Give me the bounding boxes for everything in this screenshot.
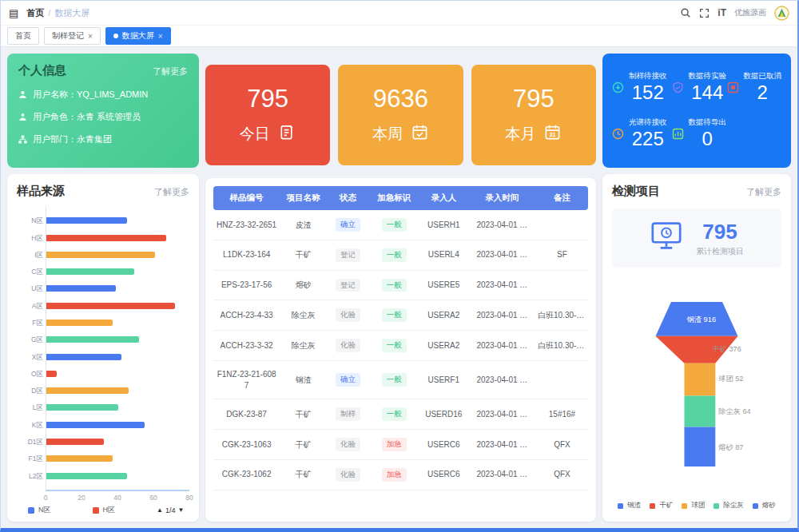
- test-items-panel: 检测项目 了解更多 795 累计检测项目 钢渣 916干矿 376球团 52除尘…: [602, 174, 791, 522]
- bar-row: H区: [46, 235, 189, 241]
- cell-user: USERD16: [419, 399, 468, 430]
- tab-数据大屏[interactable]: 数据大屏×: [105, 27, 171, 45]
- cell-note: 白班10.30-11…: [536, 300, 588, 331]
- table-header-cell: 录入时间: [468, 186, 536, 210]
- bar-row: U区: [46, 285, 189, 292]
- receive-icon: [612, 81, 624, 93]
- sample-source-panel: 样品来源 了解更多 N区H区I区C区U区A区F区G区X区O区D区L区K区D1区F…: [7, 174, 199, 522]
- funnel-legend-item-钢渣[interactable]: 钢渣: [618, 501, 641, 510]
- search-icon[interactable]: [680, 7, 691, 18]
- legend-swatch: [753, 503, 758, 509]
- legend-item-H区[interactable]: H区: [93, 505, 116, 515]
- funnel-legend: 钢渣干矿球团除尘灰熔砂: [612, 501, 781, 512]
- stat-card-今日[interactable]: 795今日: [205, 65, 330, 165]
- table-row: L1DK-23-164干矿登记一般USERL42023-04-01 …SF: [213, 240, 588, 271]
- bar-category-label: X区: [16, 353, 43, 363]
- test-items-more-link[interactable]: 了解更多: [746, 186, 781, 198]
- legend-label: 熔砂: [762, 501, 776, 510]
- table-header-cell: 加急标识: [369, 186, 419, 210]
- bar-category-label: F区: [16, 319, 43, 328]
- tab-close-icon[interactable]: ×: [158, 32, 163, 41]
- legend-item-N区[interactable]: N区: [28, 505, 51, 515]
- priority-badge: 一般: [382, 248, 407, 262]
- bar-row: L2区: [46, 473, 189, 479]
- profile-item-text: 用户角色：永青 系统管理员: [33, 111, 141, 123]
- status-badge: 化验: [336, 468, 360, 482]
- bar-category-label: L2区: [16, 472, 43, 482]
- status-badge: 制样: [336, 407, 360, 421]
- summary-stat-col: 数据待实验144: [689, 71, 727, 104]
- font-size-icon[interactable]: iT: [718, 7, 726, 18]
- cell-note: SF: [536, 240, 588, 271]
- stat-card-本周[interactable]: 9636本周: [338, 65, 463, 165]
- table-header-cell: 备注: [536, 186, 588, 210]
- cell-user: USERA2: [419, 331, 468, 361]
- bar: [46, 285, 116, 292]
- avatar[interactable]: [774, 6, 789, 21]
- cell-status: 登记: [327, 271, 369, 301]
- bar: [46, 473, 127, 479]
- summary-stat-value: 152: [632, 81, 664, 104]
- cell-user: USERC6: [419, 430, 468, 460]
- funnel-label: 除尘灰 64: [718, 407, 750, 415]
- stat-card-label: 今日: [240, 123, 296, 145]
- bar-category-label: U区: [16, 284, 43, 294]
- header-actions: iT 优施源画: [680, 6, 789, 21]
- bar-row: F区: [46, 320, 189, 326]
- legend-label: 干矿: [659, 501, 673, 510]
- funnel-legend-item-球团[interactable]: 球团: [682, 501, 705, 510]
- legend-swatch: [650, 503, 655, 509]
- cell-note: [536, 210, 588, 240]
- tab-制样登记[interactable]: 制样登记×: [44, 27, 101, 45]
- cell-project-name: 钢渣: [280, 361, 327, 399]
- status-badge: 化验: [336, 308, 360, 322]
- breadcrumb-root[interactable]: 首页: [26, 7, 44, 19]
- bar: [46, 303, 175, 309]
- test-items-total-label: 累计检测项目: [696, 246, 744, 257]
- fullscreen-icon[interactable]: [699, 8, 710, 18]
- test-items-title: 检测项目: [612, 184, 660, 199]
- priority-badge: 一般: [382, 308, 407, 322]
- cancel-icon: [727, 81, 739, 93]
- cell-time: 2023-04-01 …: [468, 240, 536, 271]
- summary-stat-col: 数据已取消2: [744, 71, 782, 104]
- cell-time: 2023-04-01 …: [468, 430, 536, 460]
- cell-status: 登记: [327, 240, 369, 271]
- pager-down-icon[interactable]: ▼: [177, 506, 184, 514]
- bar: [46, 439, 104, 445]
- pager-up-icon[interactable]: ▲: [157, 506, 163, 514]
- test-items-total-box: 795 累计检测项目: [612, 208, 781, 268]
- funnel-segment-球团: [684, 363, 715, 396]
- svg-text:31: 31: [550, 132, 556, 138]
- cell-project-name: 干矿: [280, 430, 327, 460]
- cell-note: QFX: [536, 430, 588, 460]
- table-row: HNZ-23-32-2651皮渣确立一般USERH12023-04-01 …: [213, 210, 588, 240]
- funnel-label: 干矿 376: [712, 345, 741, 353]
- tab-close-icon[interactable]: ×: [88, 32, 93, 41]
- stat-card-本月[interactable]: 795本月31: [471, 65, 596, 165]
- cell-project-name: 熔砂: [280, 271, 327, 301]
- monitor-clock-icon: [650, 221, 683, 255]
- tab-active-dot: [113, 34, 118, 38]
- funnel-legend-item-除尘灰[interactable]: 除尘灰: [714, 501, 744, 510]
- profile-more-link[interactable]: 了解更多: [153, 66, 188, 77]
- bar-category-label: O区: [16, 370, 43, 379]
- cell-note: 15#16#: [536, 399, 588, 430]
- cell-status: 化验: [327, 430, 369, 460]
- role-icon: [18, 113, 27, 121]
- funnel-legend-item-干矿[interactable]: 干矿: [650, 501, 673, 510]
- stat-card-label: 本月31: [505, 123, 562, 145]
- bar-row: A区: [46, 303, 189, 309]
- collapse-menu-icon[interactable]: ▤: [9, 8, 18, 18]
- table-body: HNZ-23-32-2651皮渣确立一般USERH12023-04-01 …L1…: [213, 210, 588, 490]
- funnel-legend-item-熔砂[interactable]: 熔砂: [753, 501, 776, 510]
- status-badge: 化验: [336, 438, 360, 451]
- sample-source-title: 样品来源: [17, 184, 65, 199]
- tab-首页[interactable]: 首页: [7, 27, 39, 45]
- summary-stat-value: 225: [632, 128, 664, 150]
- priority-badge: 一般: [382, 373, 407, 387]
- sample-source-more-link[interactable]: 了解更多: [154, 186, 189, 198]
- funnel-segment-除尘灰: [684, 396, 715, 427]
- summary-stat-value: 2: [757, 81, 768, 104]
- cell-time: 2023-04-01 …: [468, 210, 536, 240]
